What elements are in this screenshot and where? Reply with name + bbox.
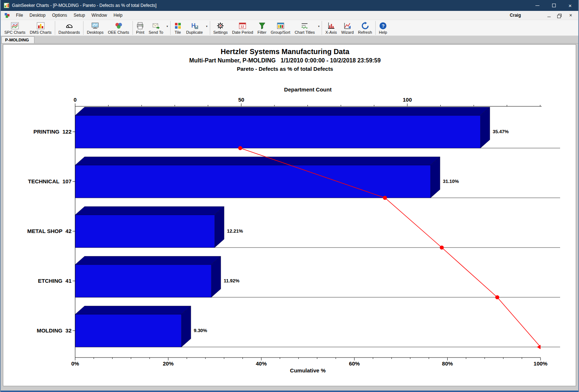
toolbar-help-button[interactable]: ?Help [377,21,390,35]
menu-items: FileDesktopOptionsSetupWindowHelp [13,11,126,20]
minimize-button[interactable] [529,0,546,11]
dropdown-arrow-icon[interactable]: ▾ [167,25,168,28]
toolbar-separator [55,21,55,35]
percent-label: 12.21% [227,228,243,234]
toolbar-button-label: X-Axis [325,30,337,34]
toolbar-send-to-button[interactable]: Send To▾ [146,21,169,35]
tile-icon [174,21,182,30]
menu-file[interactable]: File [13,11,26,20]
wizard-icon [343,21,351,30]
chart-area: Hertzler Systems Manufacturing Data Mult… [3,44,576,386]
toolbar-tile-button[interactable]: Tile [172,21,184,35]
bottom-tick-label: 80% [442,360,453,367]
cumulative-point[interactable] [440,246,444,250]
toolbar-button-label: OEE Charts [108,30,129,34]
toolbar-button-label: Dashboards [58,30,80,34]
toolbar-button-label: Date Period [232,30,253,34]
bar-technical[interactable] [75,165,431,198]
maximize-button[interactable] [546,0,562,11]
close-button[interactable]: × [562,0,578,11]
dropdown-arrow-icon[interactable]: ▾ [318,25,319,28]
cumulative-point[interactable] [495,295,499,299]
child-window-icon [4,13,10,18]
tab-p-molding[interactable]: P-MOLDING [1,36,34,43]
toolbar-separator [322,21,322,35]
bar-metal-shop[interactable] [75,215,215,248]
top-axis-title: Department Count [284,86,332,93]
bar-top-face [75,157,440,165]
toolbar-separator [170,21,171,35]
chart-titles-icon [301,21,309,30]
toolbar-print-button[interactable]: Print [134,21,147,35]
dropdown-arrow-icon[interactable]: ▾ [206,25,208,28]
toolbar-button-label: Print [136,30,144,34]
toolbar-button-label: Desktops [87,30,103,34]
toolbar-desktops-button[interactable]: Desktops [85,21,106,35]
send-to-icon [152,21,160,30]
bottom-tick-label: 20% [163,360,174,367]
toolbar-settings-button[interactable]: Settings [211,21,230,35]
toolbar-dashboards-button[interactable]: Dashboards [56,21,82,35]
help-icon: ? [379,21,387,30]
bottom-tick-label: 0% [71,360,79,367]
category-label: ETCHING 41 [38,278,72,284]
toolbar-wizard-button[interactable]: Wizard [339,21,356,35]
mdi-minimize-icon [547,17,551,17]
group-sort-icon [277,21,285,30]
bar-top-face [75,306,191,314]
titlebar: GainSeeker Charts - [P-MOLDING - Pareto … [1,0,578,11]
app-window: GainSeeker Charts - [P-MOLDING - Pareto … [0,0,579,392]
top-axis-ticks [75,103,540,106]
menu-desktop[interactable]: Desktop [26,11,49,20]
pareto-chart: PRINTING 12235.47%TECHNICAL 10731.10%MET… [3,45,576,386]
bottom-tick-label: 100% [534,360,547,367]
menu-options[interactable]: Options [49,11,70,20]
toolbar-separator [375,21,376,35]
spc-charts-icon [11,21,19,30]
toolbar-button-label: Tile [175,30,181,34]
window-title: GainSeeker Charts - [P-MOLDING - Pareto … [12,3,529,8]
menu-help[interactable]: Help [110,11,126,20]
print-icon [136,21,144,30]
user-name: Craig [510,13,521,18]
window-bottom-border [1,391,578,392]
svg-text:?: ? [382,23,385,29]
toolbar-x-axis-button[interactable]: X-Axis [323,21,339,35]
cumulative-point[interactable] [238,146,242,150]
cumulative-end-marker [537,345,541,349]
mdi-restore-button[interactable] [557,12,562,18]
filter-icon [258,21,266,30]
toolbar-group-sort-button[interactable]: Group/Sort [269,21,293,35]
cumulative-point[interactable] [383,196,387,200]
bar-printing[interactable] [75,115,480,148]
toolbar-date-period-button[interactable]: 12Date Period [230,21,255,35]
toolbar-button-label: Help [379,30,387,34]
toolbar-button-label: DMS Charts [30,30,52,34]
bar-molding[interactable] [75,314,182,347]
dashboards-icon [65,21,73,30]
duplicate-icon: H [191,21,199,30]
mdi-minimize-button[interactable] [546,12,551,18]
menu-setup[interactable]: Setup [70,11,88,20]
oee-charts-icon [115,21,123,30]
bottom-tick-label: 40% [256,360,267,367]
toolbar-duplicate-button[interactable]: HDuplicate▾ [184,21,209,35]
toolbar-refresh-button[interactable]: Refresh [356,21,374,35]
toolbar-chart-titles-button[interactable]: Chart Titles▾ [293,21,321,35]
bar-top-face [75,107,490,115]
toolbar-oee-charts-button[interactable]: OEE Charts [106,21,131,35]
category-label: MOLDING 32 [37,327,72,334]
mdi-close-button[interactable]: × [568,12,573,18]
toolbar-separator [83,21,83,35]
menu-window[interactable]: Window [88,11,110,20]
bottom-axis-title: Cumulative % [290,367,326,373]
category-label: PRINTING 122 [33,128,72,135]
bar-etching[interactable] [75,265,211,297]
toolbar-spc-charts-button[interactable]: SPC Charts [2,21,28,35]
toolbar-filter-button[interactable]: Filter [255,21,268,35]
category-label: TECHNICAL 107 [28,178,72,184]
toolbar-button-label: SPC Charts [4,30,25,34]
toolbar-dms-charts-button[interactable]: DMS Charts [28,21,54,35]
bars [75,107,560,347]
tabstrip: P-MOLDING [1,36,578,44]
